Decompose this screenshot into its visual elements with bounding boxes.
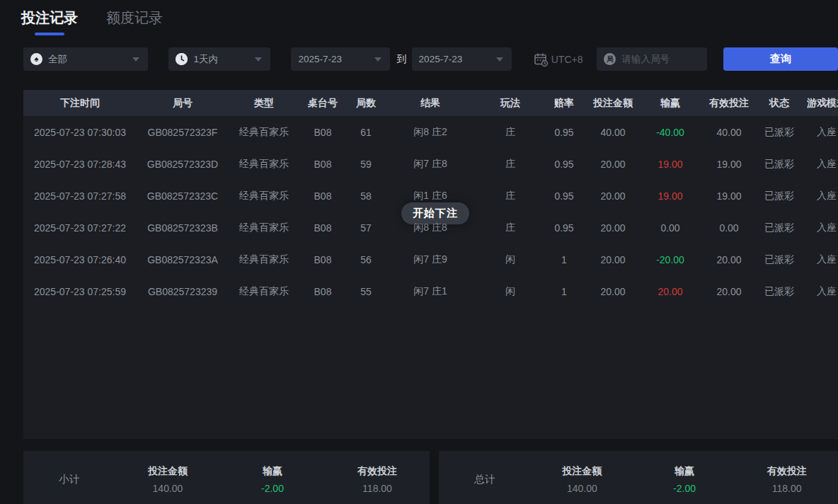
table-row: 2025-07-23 07:28:43GB082572323D经典百家乐B085… — [23, 148, 838, 180]
cell-mode: 入座 — [798, 222, 838, 234]
cell-win-loss: -20.00 — [643, 254, 697, 265]
subtotal-items: 投注金额 140.00 输赢 -2.00 有效投注 118.00 — [115, 465, 430, 494]
cell-table-no: B08 — [299, 190, 346, 202]
cell-result: 闲8 庄2 — [386, 126, 475, 139]
cell-type: 经典百家乐 — [229, 285, 299, 298]
cell-mode: 入座 — [798, 253, 838, 266]
date-to-value: 2025-7-23 — [419, 54, 463, 64]
chevron-down-icon — [374, 57, 381, 62]
tab-quota-records[interactable]: 额度记录 — [106, 8, 163, 28]
cell-time: 2025-07-23 07:27:58 — [23, 190, 137, 202]
cell-time: 2025-07-23 07:27:22 — [23, 222, 137, 234]
cell-game-id: GB082572323A — [137, 254, 229, 265]
date-from-dropdown[interactable]: 2025-7-23 — [291, 47, 389, 71]
cell-result: 闲1 庄6 — [386, 190, 475, 202]
tab-bet-records[interactable]: 投注记录 — [21, 8, 78, 35]
cell-win-loss: 19.00 — [643, 159, 697, 170]
cell-result: 闲7 庄1 — [386, 285, 475, 298]
bet-records-table: 下注时间 局号 类型 桌台号 局数 结果 玩法 赔率 投注金额 输赢 有效投注 … — [23, 90, 838, 439]
stat-value: -2.00 — [633, 483, 736, 494]
chevron-down-icon — [255, 57, 262, 62]
cell-odds: 0.95 — [546, 222, 582, 234]
cell-status: 已派彩 — [761, 126, 798, 139]
col-header-round: 局数 — [346, 97, 386, 110]
cell-play: 庄 — [475, 126, 546, 139]
timezone-indicator: UTC+8 — [533, 52, 583, 67]
cell-odds: 1 — [546, 286, 582, 297]
cell-game-id: GB082572323D — [137, 159, 229, 170]
stat-value: 140.00 — [531, 483, 633, 494]
cell-status: 已派彩 — [761, 253, 798, 266]
stat-value: 118.00 — [735, 483, 838, 494]
cell-odds: 0.95 — [546, 127, 582, 138]
total-valid-bet: 有效投注 118.00 — [735, 465, 838, 494]
cell-win-loss: 20.00 — [643, 286, 697, 297]
cell-status: 已派彩 — [761, 285, 798, 298]
cell-mode: 入座 — [798, 158, 838, 171]
col-header-valid-bet: 有效投注 — [697, 97, 761, 110]
date-to-dropdown[interactable]: 2025-7-23 — [412, 47, 512, 71]
table-row: 2025-07-23 07:26:40GB082572323A经典百家乐B085… — [23, 244, 838, 275]
cell-table-no: B08 — [299, 286, 346, 297]
total-win-loss: 输赢 -2.00 — [633, 465, 736, 494]
cell-win-loss: -40.00 — [643, 127, 697, 138]
tab-active-indicator — [35, 33, 64, 35]
col-header-status: 状态 — [761, 97, 798, 110]
cell-win-loss: 0.00 — [643, 222, 697, 234]
cell-table-no: B08 — [299, 159, 346, 170]
cell-play: 庄 — [475, 190, 546, 202]
stat-label: 投注金额 — [115, 465, 220, 478]
cell-type: 经典百家乐 — [229, 253, 299, 266]
col-header-bet-amount: 投注金额 — [582, 97, 643, 110]
cell-time: 2025-07-23 07:26:40 — [23, 254, 137, 265]
cell-table-no: B08 — [299, 222, 346, 234]
cell-type: 经典百家乐 — [229, 222, 299, 234]
start-betting-toast: 开始下注 — [401, 202, 469, 224]
query-button[interactable]: 查询 — [723, 47, 838, 71]
tab-label: 投注记录 — [21, 8, 78, 28]
cell-valid-bet: 19.00 — [697, 190, 761, 202]
stat-value: 118.00 — [325, 483, 430, 494]
cell-valid-bet: 19.00 — [697, 159, 761, 170]
col-header-win-loss: 输赢 — [643, 97, 697, 110]
round-search-field[interactable]: 局 — [597, 47, 706, 71]
total-items: 投注金额 140.00 输赢 -2.00 有效投注 118.00 — [531, 465, 838, 494]
cell-bet: 20.00 — [582, 286, 643, 297]
cell-valid-bet: 0.00 — [697, 222, 761, 234]
round-search-input[interactable] — [621, 54, 699, 64]
cell-bet: 20.00 — [582, 190, 643, 202]
cell-type: 经典百家乐 — [229, 190, 299, 202]
stat-value: 140.00 — [115, 483, 220, 494]
chevron-down-icon — [132, 57, 139, 62]
cell-time: 2025-07-23 07:25:59 — [23, 286, 137, 297]
col-header-time: 下注时间 — [23, 97, 137, 110]
col-header-result: 结果 — [386, 97, 475, 110]
cell-odds: 0.95 — [546, 159, 582, 170]
table-header-row: 下注时间 局号 类型 桌台号 局数 结果 玩法 赔率 投注金额 输赢 有效投注 … — [23, 90, 838, 116]
cell-bet: 20.00 — [582, 159, 643, 170]
stat-value: -2.00 — [220, 483, 325, 494]
col-header-game-id: 局号 — [137, 97, 229, 110]
cell-table-no: B08 — [299, 127, 346, 138]
clock-icon — [176, 53, 188, 65]
cell-result: 闲7 庄8 — [386, 158, 475, 171]
total-card: 总计 投注金额 140.00 输赢 -2.00 有效投注 118.00 — [439, 451, 838, 504]
cell-round: 61 — [346, 127, 386, 138]
col-header-type: 类型 — [229, 97, 299, 110]
table-row: 2025-07-23 07:30:03GB082572323F经典百家乐B086… — [23, 116, 838, 148]
tab-label: 额度记录 — [106, 8, 163, 28]
cell-play: 闲 — [475, 253, 546, 266]
cell-round: 56 — [346, 254, 386, 265]
col-header-odds: 赔率 — [546, 97, 582, 110]
game-type-dropdown[interactable]: ♠ 全部 — [23, 47, 148, 71]
cell-play: 闲 — [475, 285, 546, 298]
cell-time: 2025-07-23 07:28:43 — [23, 159, 137, 170]
subtotal-label: 小计 — [23, 473, 115, 486]
time-range-dropdown[interactable]: 1天内 — [168, 47, 270, 71]
cell-game-id: GB082572323F — [137, 127, 229, 138]
cell-mode: 入座 — [798, 285, 838, 298]
stat-label: 输赢 — [220, 465, 325, 478]
cell-play: 庄 — [475, 222, 546, 234]
cell-game-id: GB082572323C — [137, 190, 229, 202]
cell-valid-bet: 40.00 — [697, 127, 761, 138]
